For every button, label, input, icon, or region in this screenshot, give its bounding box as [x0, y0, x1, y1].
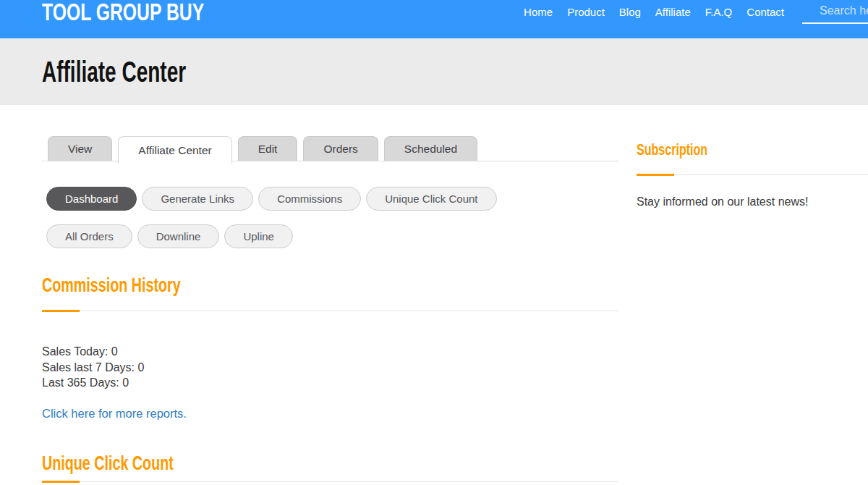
- tab-view[interactable]: View: [48, 136, 112, 161]
- site-logo-text: TOOL GROUP BUY: [42, 0, 204, 25]
- subscription-text: Stay informed on our latest news!: [637, 195, 868, 208]
- sidebar: Subscription Stay informed on our latest…: [637, 105, 868, 483]
- content: View Affiliate Center Edit Orders Schedu…: [0, 105, 868, 483]
- subscription-divider: [637, 174, 868, 176]
- nav-item-home[interactable]: Home: [524, 7, 553, 18]
- tab-edit[interactable]: Edit: [238, 136, 298, 161]
- subscription-heading: Subscription: [637, 140, 868, 159]
- unique-click-count-divider: [42, 481, 618, 483]
- page-title: Affiliate Center: [42, 57, 248, 86]
- commission-history-heading: Commission History: [42, 274, 618, 297]
- tab-orders[interactable]: Orders: [303, 136, 378, 161]
- unique-click-count-heading: Unique Click Count: [42, 452, 618, 475]
- site-logo[interactable]: TOOL GROUP BUY: [42, 0, 258, 25]
- commission-history-divider: [42, 310, 618, 312]
- pill-row-2: All Orders Downline Upline: [46, 224, 618, 248]
- pill-upline[interactable]: Upline: [224, 224, 293, 248]
- commission-stats: Sales Today: 0 Sales last 7 Days: 0 Last…: [42, 344, 618, 391]
- tab-bar: View Affiliate Center Edit Orders Schedu…: [42, 136, 618, 161]
- tab-scheduled[interactable]: Scheduled: [384, 136, 477, 161]
- pill-unique-click-count[interactable]: Unique Click Count: [366, 187, 496, 211]
- search-box: [802, 2, 868, 24]
- main-column: View Affiliate Center Edit Orders Schedu…: [42, 105, 618, 483]
- main-nav: Home Product Blog Affiliate F.A.Q Contac…: [524, 7, 784, 18]
- more-reports-link[interactable]: Click here for more reports.: [42, 407, 187, 421]
- pill-all-orders[interactable]: All Orders: [46, 224, 132, 248]
- search-input[interactable]: [802, 2, 868, 24]
- stat-sales-last-7-days: Sales last 7 Days: 0: [42, 360, 618, 376]
- page-banner: Affiliate Center: [0, 38, 868, 105]
- stat-last-365-days: Last 365 Days: 0: [42, 375, 618, 391]
- pill-generate-links[interactable]: Generate Links: [142, 187, 253, 211]
- pill-dashboard[interactable]: Dashboard: [46, 187, 137, 211]
- site-header: TOOL GROUP BUY Home Product Blog Affilia…: [0, 0, 868, 38]
- pill-row-1: Dashboard Generate Links Commissions Uni…: [46, 187, 618, 211]
- nav-item-affiliate[interactable]: Affiliate: [655, 7, 691, 18]
- pill-commissions[interactable]: Commissions: [258, 187, 361, 211]
- nav-item-contact[interactable]: Contact: [746, 7, 784, 18]
- stat-sales-today: Sales Today: 0: [42, 344, 618, 360]
- nav-item-blog[interactable]: Blog: [619, 7, 641, 18]
- tab-affiliate-center[interactable]: Affiliate Center: [118, 136, 231, 164]
- nav-item-product[interactable]: Product: [567, 7, 605, 18]
- nav-item-faq[interactable]: F.A.Q: [705, 7, 733, 18]
- pill-downline[interactable]: Downline: [137, 224, 220, 248]
